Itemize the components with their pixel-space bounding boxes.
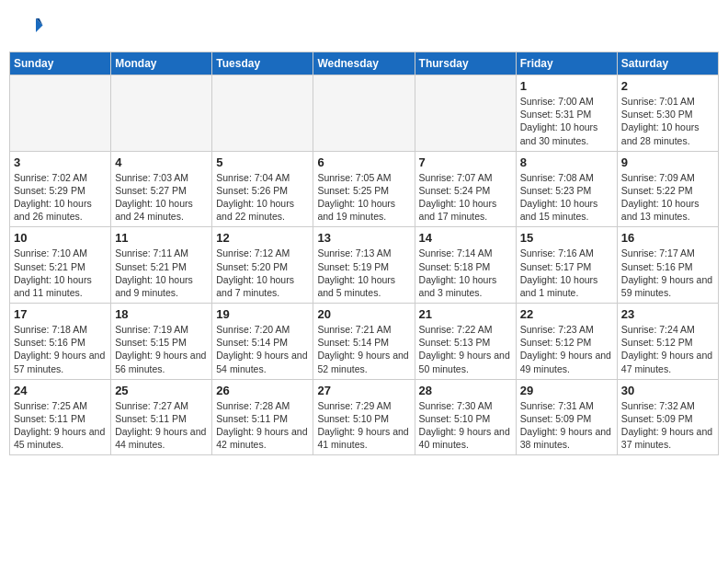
calendar-cell (10, 75, 111, 152)
day-info: Sunrise: 7:07 AMSunset: 5:24 PMDaylight:… (419, 171, 512, 224)
calendar-cell (313, 75, 415, 152)
day-number: 11 (115, 231, 208, 245)
day-info: Sunrise: 7:24 AMSunset: 5:12 PMDaylight:… (621, 323, 714, 375)
calendar-cell: 9Sunrise: 7:09 AMSunset: 5:22 PMDaylight… (617, 151, 718, 227)
day-number: 4 (115, 155, 208, 169)
day-info: Sunrise: 7:31 AMSunset: 5:09 PMDaylight:… (520, 399, 613, 452)
day-info: Sunrise: 7:16 AMSunset: 5:17 PMDaylight:… (520, 247, 613, 299)
calendar-header-sunday: Sunday (10, 52, 111, 75)
day-info: Sunrise: 7:09 AMSunset: 5:22 PMDaylight:… (621, 171, 714, 224)
day-number: 14 (419, 231, 512, 245)
calendar-cell: 11Sunrise: 7:11 AMSunset: 5:21 PMDayligh… (111, 227, 212, 304)
calendar-header-monday: Monday (111, 52, 212, 75)
day-info: Sunrise: 7:32 AMSunset: 5:09 PMDaylight:… (621, 399, 714, 452)
day-number: 12 (216, 231, 309, 245)
day-number: 17 (14, 307, 107, 321)
day-info: Sunrise: 7:13 AMSunset: 5:19 PMDaylight:… (317, 247, 410, 299)
day-number: 28 (419, 384, 512, 397)
day-info: Sunrise: 7:19 AMSunset: 5:15 PMDaylight:… (115, 323, 208, 375)
calendar-week-1: 1Sunrise: 7:00 AMSunset: 5:31 PMDaylight… (10, 75, 719, 152)
calendar-body: 1Sunrise: 7:00 AMSunset: 5:31 PMDaylight… (10, 75, 719, 455)
calendar-cell: 2Sunrise: 7:01 AMSunset: 5:30 PMDaylight… (617, 75, 718, 152)
day-info: Sunrise: 7:04 AMSunset: 5:26 PMDaylight:… (216, 171, 309, 224)
calendar-cell: 5Sunrise: 7:04 AMSunset: 5:26 PMDaylight… (212, 151, 313, 227)
calendar-cell: 3Sunrise: 7:02 AMSunset: 5:29 PMDaylight… (10, 151, 111, 227)
calendar-week-3: 10Sunrise: 7:10 AMSunset: 5:21 PMDayligh… (10, 227, 719, 304)
day-number: 22 (520, 307, 613, 321)
calendar-cell: 16Sunrise: 7:17 AMSunset: 5:16 PMDayligh… (617, 227, 718, 304)
day-info: Sunrise: 7:08 AMSunset: 5:23 PMDaylight:… (520, 171, 613, 224)
day-info: Sunrise: 7:25 AMSunset: 5:11 PMDaylight:… (14, 399, 107, 452)
day-number: 26 (216, 384, 309, 397)
calendar-cell: 19Sunrise: 7:20 AMSunset: 5:14 PMDayligh… (212, 304, 313, 380)
calendar-week-5: 24Sunrise: 7:25 AMSunset: 5:11 PMDayligh… (10, 379, 719, 455)
day-info: Sunrise: 7:11 AMSunset: 5:21 PMDaylight:… (115, 247, 208, 299)
day-info: Sunrise: 7:10 AMSunset: 5:21 PMDaylight:… (14, 247, 107, 299)
day-info: Sunrise: 7:18 AMSunset: 5:16 PMDaylight:… (14, 323, 107, 375)
calendar-cell: 28Sunrise: 7:30 AMSunset: 5:10 PMDayligh… (415, 379, 516, 455)
day-number: 10 (14, 231, 107, 245)
calendar-header-tuesday: Tuesday (212, 52, 313, 75)
day-info: Sunrise: 7:05 AMSunset: 5:25 PMDaylight:… (317, 171, 410, 224)
day-info: Sunrise: 7:03 AMSunset: 5:27 PMDaylight:… (115, 171, 208, 224)
calendar-header-friday: Friday (516, 52, 617, 75)
day-info: Sunrise: 7:21 AMSunset: 5:14 PMDaylight:… (317, 323, 410, 375)
day-number: 7 (419, 155, 512, 169)
calendar-cell: 22Sunrise: 7:23 AMSunset: 5:12 PMDayligh… (516, 304, 617, 380)
calendar-cell: 17Sunrise: 7:18 AMSunset: 5:16 PMDayligh… (10, 304, 111, 380)
calendar-cell: 26Sunrise: 7:28 AMSunset: 5:11 PMDayligh… (212, 379, 313, 455)
day-number: 25 (115, 384, 208, 397)
day-info: Sunrise: 7:12 AMSunset: 5:20 PMDaylight:… (216, 247, 309, 299)
day-number: 21 (419, 307, 512, 321)
day-number: 18 (115, 307, 208, 321)
logo (17, 13, 46, 40)
day-info: Sunrise: 7:23 AMSunset: 5:12 PMDaylight:… (520, 323, 613, 375)
day-info: Sunrise: 7:02 AMSunset: 5:29 PMDaylight:… (14, 171, 107, 224)
calendar-week-2: 3Sunrise: 7:02 AMSunset: 5:29 PMDaylight… (10, 151, 719, 227)
day-number: 2 (621, 79, 714, 93)
calendar-cell: 25Sunrise: 7:27 AMSunset: 5:11 PMDayligh… (111, 379, 212, 455)
day-info: Sunrise: 7:28 AMSunset: 5:11 PMDaylight:… (216, 399, 309, 452)
calendar-cell: 24Sunrise: 7:25 AMSunset: 5:11 PMDayligh… (10, 379, 111, 455)
day-number: 5 (216, 155, 309, 169)
calendar-cell: 18Sunrise: 7:19 AMSunset: 5:15 PMDayligh… (111, 304, 212, 380)
day-info: Sunrise: 7:14 AMSunset: 5:18 PMDaylight:… (419, 247, 512, 299)
day-info: Sunrise: 7:01 AMSunset: 5:30 PMDaylight:… (621, 95, 714, 147)
calendar-cell: 15Sunrise: 7:16 AMSunset: 5:17 PMDayligh… (516, 227, 617, 304)
day-number: 3 (14, 155, 107, 169)
day-info: Sunrise: 7:29 AMSunset: 5:10 PMDaylight:… (317, 399, 410, 452)
calendar-cell: 29Sunrise: 7:31 AMSunset: 5:09 PMDayligh… (516, 379, 617, 455)
calendar-header-saturday: Saturday (617, 52, 718, 75)
day-number: 30 (621, 384, 714, 397)
day-number: 8 (520, 155, 613, 169)
calendar-cell (212, 75, 313, 152)
calendar-header-row: SundayMondayTuesdayWednesdayThursdayFrid… (10, 52, 719, 75)
calendar-cell: 23Sunrise: 7:24 AMSunset: 5:12 PMDayligh… (617, 304, 718, 380)
day-number: 29 (520, 384, 613, 397)
calendar-week-4: 17Sunrise: 7:18 AMSunset: 5:16 PMDayligh… (10, 304, 719, 380)
calendar-cell: 13Sunrise: 7:13 AMSunset: 5:19 PMDayligh… (313, 227, 415, 304)
calendar-cell (111, 75, 212, 152)
day-info: Sunrise: 7:00 AMSunset: 5:31 PMDaylight:… (520, 95, 613, 147)
calendar-cell: 4Sunrise: 7:03 AMSunset: 5:27 PMDaylight… (111, 151, 212, 227)
day-info: Sunrise: 7:30 AMSunset: 5:10 PMDaylight:… (419, 399, 512, 452)
day-number: 9 (621, 155, 714, 169)
calendar-cell: 14Sunrise: 7:14 AMSunset: 5:18 PMDayligh… (415, 227, 516, 304)
day-number: 13 (317, 231, 410, 245)
day-info: Sunrise: 7:22 AMSunset: 5:13 PMDaylight:… (419, 323, 512, 375)
calendar-header-wednesday: Wednesday (313, 52, 415, 75)
calendar-cell: 21Sunrise: 7:22 AMSunset: 5:13 PMDayligh… (415, 304, 516, 380)
calendar-cell: 8Sunrise: 7:08 AMSunset: 5:23 PMDaylight… (516, 151, 617, 227)
calendar-cell: 1Sunrise: 7:00 AMSunset: 5:31 PMDaylight… (516, 75, 617, 152)
day-number: 1 (520, 79, 613, 93)
day-number: 20 (317, 307, 410, 321)
day-number: 6 (317, 155, 410, 169)
day-info: Sunrise: 7:27 AMSunset: 5:11 PMDaylight:… (115, 399, 208, 452)
page-header (9, 9, 719, 44)
calendar-table: SundayMondayTuesdayWednesdayThursdayFrid… (9, 52, 719, 455)
calendar-cell: 7Sunrise: 7:07 AMSunset: 5:24 PMDaylight… (415, 151, 516, 227)
calendar-cell (415, 75, 516, 152)
day-number: 27 (317, 384, 410, 397)
day-number: 15 (520, 231, 613, 245)
day-number: 24 (14, 384, 107, 397)
